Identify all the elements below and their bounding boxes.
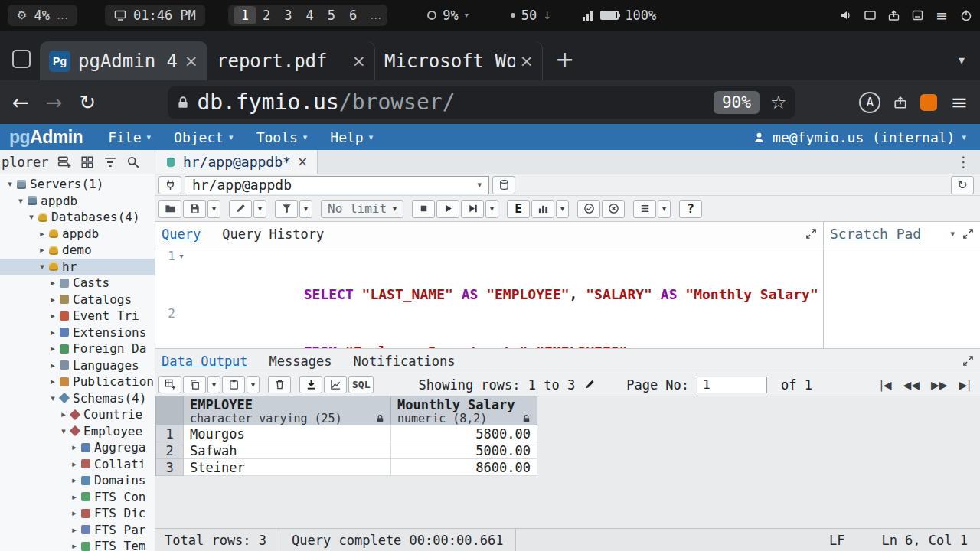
bookmark-star-icon[interactable] <box>770 93 787 112</box>
salary-cell[interactable]: 5000.00 <box>391 442 537 459</box>
expand-arrow-icon[interactable] <box>47 377 58 386</box>
expand-arrow-icon[interactable] <box>37 245 47 255</box>
expand-arrow-icon[interactable] <box>47 278 58 288</box>
zoom-badge[interactable]: 90% <box>714 91 760 114</box>
row-number-cell[interactable]: 1 <box>156 425 184 442</box>
macros-button[interactable] <box>633 200 656 218</box>
tree-item[interactable]: Casts <box>0 275 155 292</box>
graph-visualizer-button[interactable] <box>324 376 347 393</box>
volume-icon[interactable] <box>840 10 852 21</box>
back-button[interactable] <box>12 93 29 112</box>
close-icon[interactable] <box>520 53 534 70</box>
expand-arrow-icon[interactable] <box>37 229 47 239</box>
expand-arrow-icon[interactable] <box>58 409 69 419</box>
menu-item[interactable]: Tools <box>245 129 319 145</box>
share-icon[interactable] <box>893 96 907 109</box>
tree-item[interactable]: FTS Par <box>0 522 155 539</box>
expand-arrow-icon[interactable] <box>5 179 15 189</box>
open-file-button[interactable] <box>158 200 181 218</box>
filter-button[interactable] <box>275 200 298 218</box>
commit-button[interactable] <box>577 200 600 218</box>
kebab-menu-icon[interactable] <box>947 155 980 169</box>
chevron-down-icon[interactable] <box>950 230 955 238</box>
sql-editor[interactable]: 1 SELECT "LAST_NAME" AS "EMPLOYEE", "SAL… <box>155 246 823 348</box>
extension-icon[interactable] <box>920 94 937 111</box>
employee-cell[interactable]: Mourgos <box>184 425 391 442</box>
keyboard-icon[interactable] <box>864 10 876 21</box>
column-header-employee[interactable]: EMPLOYEE character varying (25) <box>184 396 391 425</box>
menu-icon[interactable] <box>936 8 948 23</box>
salary-cell[interactable]: 8600.00 <box>391 459 537 476</box>
tree-item[interactable]: Publication <box>0 373 155 390</box>
expand-arrow-icon[interactable] <box>47 328 58 337</box>
dashboard-grid-icon[interactable] <box>80 155 94 169</box>
workspace-button[interactable]: 3 <box>277 6 299 24</box>
user-menu[interactable]: me@fymio.us (internal) <box>753 129 972 145</box>
tree-item[interactable]: Databases(4) <box>0 209 155 226</box>
page-number-input[interactable] <box>697 377 767 393</box>
salary-cell[interactable]: 5800.00 <box>391 425 537 442</box>
fold-icon[interactable] <box>175 304 188 348</box>
save-dropdown[interactable] <box>207 200 220 218</box>
expand-arrow-icon[interactable] <box>37 262 47 272</box>
explain-dropdown[interactable] <box>556 200 569 218</box>
forward-button[interactable] <box>46 93 63 112</box>
cursor-position-label[interactable]: Ln 6, Col 1 <box>881 533 968 548</box>
close-icon[interactable] <box>297 155 308 168</box>
add-row-button[interactable] <box>158 376 181 393</box>
scratch-pad-title[interactable]: Scratch Pad <box>830 226 921 242</box>
tree-item[interactable]: FTS Tem <box>0 538 155 551</box>
tab-data-output[interactable]: Data Output <box>162 354 248 369</box>
cancel-query-button[interactable] <box>412 200 435 218</box>
explain-button[interactable]: E <box>507 200 530 218</box>
tree-item[interactable]: Event Tri <box>0 308 155 324</box>
employee-cell[interactable]: Steiner <box>184 459 391 476</box>
tray-icon[interactable] <box>912 10 923 21</box>
table-corner-cell[interactable] <box>156 396 184 425</box>
tree-item[interactable]: Languages <box>0 357 155 374</box>
search-icon[interactable] <box>126 155 140 169</box>
copy-button[interactable] <box>183 376 206 393</box>
execute-button[interactable] <box>436 200 459 218</box>
browser-tab[interactable]: Microsoft Wo <box>375 41 543 80</box>
browser-tab[interactable]: report.pdf <box>207 41 375 80</box>
macros-dropdown[interactable] <box>658 200 671 218</box>
connection-select[interactable]: hr/app@appdb <box>185 176 489 194</box>
tree-item[interactable]: Employee <box>0 423 155 440</box>
expand-arrow-icon[interactable] <box>47 360 58 370</box>
expand-arrow-icon[interactable] <box>47 295 58 305</box>
tab-messages[interactable]: Messages <box>270 354 332 369</box>
tab-notifications[interactable]: Notifications <box>353 354 455 369</box>
tab-search-icon[interactable] <box>959 54 965 67</box>
tree-item[interactable]: appdb <box>0 193 155 210</box>
execute-script-button[interactable] <box>461 200 484 218</box>
reload-button[interactable] <box>80 93 96 112</box>
save-data-button[interactable] <box>299 376 322 393</box>
help-button[interactable]: ? <box>679 200 702 218</box>
add-server-icon[interactable] <box>57 155 71 169</box>
tree-item[interactable]: Extensions <box>0 324 155 341</box>
tree-item[interactable]: Foreign Da <box>0 341 155 357</box>
tree-item[interactable]: Aggrega <box>0 439 155 456</box>
first-page-button[interactable] <box>880 380 891 390</box>
workspace-button[interactable]: 5 <box>321 6 342 24</box>
workspace-button[interactable]: 4 <box>299 6 321 24</box>
expand-arrow-icon[interactable] <box>69 492 80 502</box>
last-page-button[interactable] <box>959 380 971 390</box>
sql-filter-button[interactable]: SQL <box>348 376 374 393</box>
save-button[interactable] <box>183 200 206 218</box>
delete-row-button[interactable] <box>268 376 291 393</box>
execute-dropdown[interactable] <box>485 200 498 218</box>
tree-item[interactable]: appdb <box>0 226 155 243</box>
paste-button[interactable] <box>222 376 245 393</box>
workspace-button[interactable]: 2 <box>256 6 277 24</box>
upload-icon[interactable] <box>888 10 900 21</box>
browser-menu-icon[interactable] <box>950 92 968 112</box>
expand-arrow-icon[interactable] <box>69 475 80 485</box>
paste-dropdown[interactable] <box>247 376 260 393</box>
tree-item[interactable]: Schemas(4) <box>0 390 155 407</box>
expand-arrow-icon[interactable] <box>69 541 80 551</box>
fold-icon[interactable] <box>175 246 188 304</box>
workspace-button[interactable]: 1 <box>234 6 256 24</box>
copy-dropdown[interactable] <box>207 376 220 393</box>
